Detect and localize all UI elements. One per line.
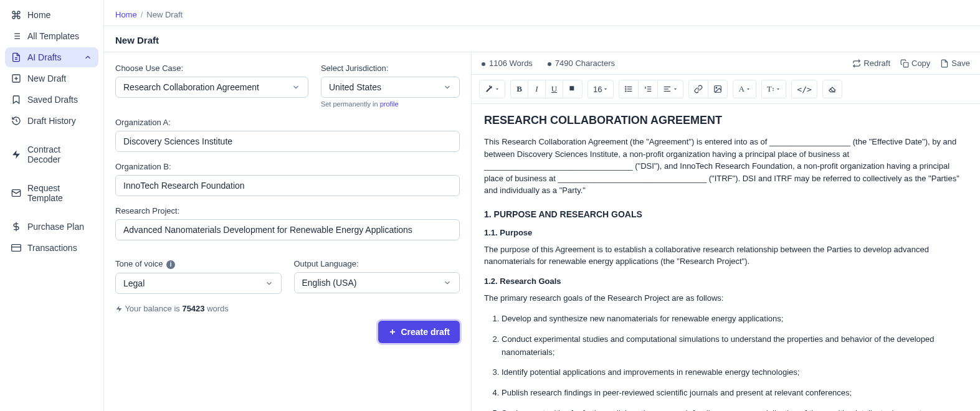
chevron-down-icon bbox=[443, 83, 452, 92]
dollar-icon bbox=[11, 222, 21, 232]
org-a-label: Organization A: bbox=[115, 118, 460, 127]
text-format-button[interactable]: T↕ bbox=[762, 80, 786, 98]
sidebar-item-label: AI Drafts bbox=[27, 52, 61, 62]
breadcrumb: Home / New Draft bbox=[104, 0, 980, 26]
editor-panel: 1106 Words 7490 Characters Redraft Copy bbox=[472, 52, 980, 411]
jurisdiction-select[interactable]: United States bbox=[321, 77, 460, 98]
sidebar-item-transactions[interactable]: Transactions bbox=[5, 238, 98, 258]
tone-select[interactable]: Legal bbox=[115, 273, 282, 294]
output-lang-select[interactable]: English (USA) bbox=[294, 272, 460, 293]
editor-stats: 1106 Words 7490 Characters bbox=[482, 59, 615, 68]
org-a-input[interactable] bbox=[115, 131, 460, 152]
history-icon bbox=[11, 116, 21, 126]
font-size-select[interactable]: 16 bbox=[588, 80, 613, 98]
sidebar-item-label: Saved Drafts bbox=[27, 95, 78, 105]
doc-h1-2: 1.2. Research Goals bbox=[484, 276, 968, 286]
align-button[interactable] bbox=[658, 80, 683, 98]
lightning-icon bbox=[115, 305, 123, 313]
jurisdiction-label: Select Jurisdiction: bbox=[321, 64, 460, 73]
bookmark-icon bbox=[11, 95, 21, 105]
word-count: 1106 Words bbox=[489, 59, 533, 68]
text-color-button[interactable]: A bbox=[733, 80, 755, 98]
project-input[interactable] bbox=[115, 219, 460, 240]
info-icon[interactable]: i bbox=[166, 260, 175, 269]
doc-goal-item: Develop and synthesize new nanomaterials… bbox=[502, 313, 968, 326]
sidebar-item-label: Draft History bbox=[27, 116, 76, 126]
chevron-down-icon bbox=[292, 83, 300, 92]
svg-marker-24 bbox=[604, 88, 607, 90]
sidebar: Home All Templates AI Drafts New Draft S… bbox=[0, 0, 104, 411]
tone-label: Tone of voice i bbox=[115, 259, 282, 269]
copy-button[interactable]: Copy bbox=[900, 59, 930, 68]
credit-card-icon bbox=[11, 243, 21, 253]
svg-rect-21 bbox=[903, 62, 908, 67]
sidebar-item-label: New Draft bbox=[27, 73, 66, 83]
sidebar-item-draft-history[interactable]: Draft History bbox=[5, 111, 98, 131]
svg-rect-23 bbox=[569, 86, 574, 90]
doc-goal-item: Seek opportunities for further collabora… bbox=[502, 407, 968, 411]
command-icon bbox=[11, 10, 21, 20]
svg-rect-16 bbox=[12, 245, 21, 252]
sidebar-item-contract-decoder[interactable]: Contract Decoder bbox=[5, 139, 98, 169]
link-button[interactable] bbox=[689, 80, 708, 98]
project-label: Research Project: bbox=[115, 206, 460, 215]
svg-marker-13 bbox=[12, 150, 20, 158]
svg-line-12 bbox=[16, 121, 17, 121]
use-case-select[interactable]: Research Collaboration Agreement bbox=[115, 77, 308, 98]
redraft-button[interactable]: Redraft bbox=[852, 59, 890, 68]
svg-point-30 bbox=[626, 91, 626, 92]
sidebar-item-label: Purchase Plan bbox=[27, 222, 84, 232]
sidebar-item-label: Home bbox=[27, 10, 50, 20]
image-button[interactable] bbox=[708, 80, 727, 98]
sidebar-item-new-draft[interactable]: New Draft bbox=[5, 68, 98, 88]
output-lang-label: Output Language: bbox=[294, 259, 460, 268]
svg-marker-41 bbox=[777, 88, 779, 90]
org-b-input[interactable] bbox=[115, 175, 460, 196]
strikethrough-button[interactable] bbox=[563, 80, 582, 98]
svg-point-28 bbox=[626, 87, 626, 87]
underline-button[interactable]: U bbox=[546, 80, 563, 98]
svg-marker-40 bbox=[747, 88, 749, 90]
save-button[interactable]: Save bbox=[940, 59, 970, 68]
plus-square-icon bbox=[11, 73, 21, 83]
sidebar-item-purchase-plan[interactable]: Purchase Plan bbox=[5, 217, 98, 237]
bold-button[interactable]: B bbox=[511, 80, 528, 98]
sidebar-item-all-templates[interactable]: All Templates bbox=[5, 26, 98, 46]
chevron-up-icon bbox=[83, 53, 92, 62]
tone-value: Legal bbox=[123, 278, 145, 288]
form-panel: Choose Use Case: Research Collaboration … bbox=[104, 52, 472, 411]
svg-marker-22 bbox=[496, 88, 498, 90]
sidebar-item-saved-drafts[interactable]: Saved Drafts bbox=[5, 90, 98, 110]
jurisdiction-value: United States bbox=[329, 82, 381, 92]
jurisdiction-hint: Set permanently in profile bbox=[321, 100, 460, 108]
doc-goal-item: Identify potential applications and impr… bbox=[502, 366, 968, 379]
bullet-list-button[interactable] bbox=[619, 80, 639, 98]
eraser-button[interactable] bbox=[823, 80, 842, 98]
magic-button[interactable] bbox=[480, 80, 505, 98]
org-b-label: Organization B: bbox=[115, 162, 460, 171]
bullet-list-icon bbox=[624, 85, 633, 93]
refresh-icon bbox=[852, 59, 861, 68]
char-count: 7490 Characters bbox=[555, 59, 615, 68]
eraser-icon bbox=[828, 85, 837, 93]
italic-button[interactable]: I bbox=[528, 80, 546, 98]
wand-icon bbox=[485, 85, 493, 93]
svg-marker-37 bbox=[674, 88, 677, 90]
mail-icon bbox=[11, 188, 21, 198]
svg-point-39 bbox=[716, 87, 718, 88]
use-case-label: Choose Use Case: bbox=[115, 64, 308, 73]
doc-goal-item: Publish research findings in peer-review… bbox=[502, 387, 968, 400]
page-title: New Draft bbox=[104, 26, 980, 52]
sidebar-item-home[interactable]: Home bbox=[5, 5, 98, 25]
sidebar-item-request-template[interactable]: Request Template bbox=[5, 178, 98, 208]
profile-link[interactable]: profile bbox=[380, 100, 399, 108]
breadcrumb-current: New Draft bbox=[146, 10, 183, 19]
code-button[interactable]: </> bbox=[792, 80, 816, 98]
sidebar-item-ai-drafts[interactable]: AI Drafts bbox=[5, 47, 98, 67]
document-body[interactable]: RESEARCH COLLABORATION AGREEMENT This Re… bbox=[472, 104, 980, 411]
number-list-button[interactable] bbox=[639, 80, 658, 98]
svg-marker-18 bbox=[117, 306, 122, 312]
breadcrumb-separator: / bbox=[141, 10, 143, 19]
breadcrumb-home[interactable]: Home bbox=[115, 10, 137, 19]
create-draft-button[interactable]: Create draft bbox=[378, 321, 460, 343]
